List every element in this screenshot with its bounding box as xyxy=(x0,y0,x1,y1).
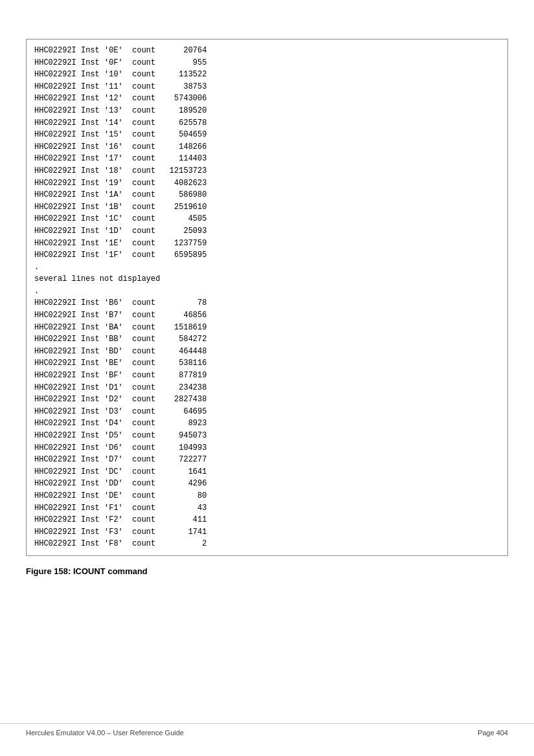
code-block: HHC02292I Inst '0E' count 20764 HHC02292… xyxy=(26,39,508,556)
page-footer: Hercules Emulator V4.00 – User Reference… xyxy=(0,723,534,737)
footer-left: Hercules Emulator V4.00 – User Reference… xyxy=(26,729,184,737)
footer-right: Page 404 xyxy=(478,729,508,737)
figure-caption: Figure 158: ICOUNT command xyxy=(26,566,508,576)
page-container: HHC02292I Inst '0E' count 20764 HHC02292… xyxy=(0,0,534,756)
